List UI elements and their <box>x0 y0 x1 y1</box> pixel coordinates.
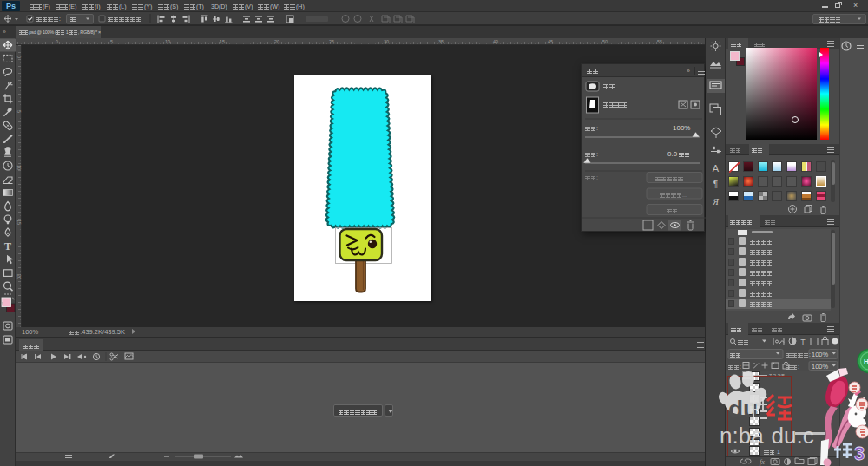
svg-text:¶: ¶ <box>713 180 718 189</box>
svg-text:T: T <box>800 338 806 346</box>
svg-text:3: 3 <box>854 443 865 463</box>
svg-text:T: T <box>4 240 11 253</box>
svg-text:A: A <box>713 163 720 174</box>
svg-text:Я: Я <box>712 197 720 207</box>
svg-text:fx: fx <box>760 458 765 466</box>
svg-text:HB: HB <box>864 358 868 365</box>
